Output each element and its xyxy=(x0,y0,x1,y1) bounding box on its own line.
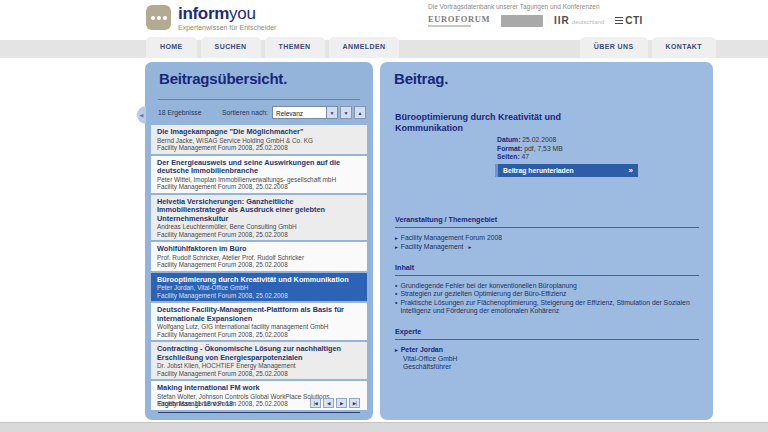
expert-name: Peter Jordan xyxy=(401,346,443,355)
page-prev-button[interactable]: ◀ xyxy=(323,398,334,408)
chevron-right-icon: ▸ xyxy=(395,243,398,252)
chevron-right-icon: ▸ xyxy=(468,243,471,252)
item-author: Peter Wittel, Imoplan Immobilienverwaltu… xyxy=(157,176,361,184)
seiten-value: 47 xyxy=(522,153,530,160)
item-author: Dr. Jobst Klien, HOCHTIEF Energy Managem… xyxy=(157,362,361,370)
detail-panel: Beitrag. Bürooptimierung durch Kreativit… xyxy=(380,62,713,420)
iir-logo: IIRdeutschland xyxy=(554,15,604,26)
detail-sections: Veranstaltung / Themengebiet ▸ Facility … xyxy=(395,215,699,383)
download-arrow-icon: » xyxy=(629,167,633,175)
item-author: Wolfgang Lutz, GIG international facilit… xyxy=(157,323,361,331)
page-first-icon: |◀ xyxy=(314,401,318,406)
sort-select[interactable]: Relevanz ▼ xyxy=(272,106,338,119)
brand-light: you xyxy=(229,4,256,23)
section-heading: Experte xyxy=(395,327,699,340)
item-event: Facility Management Forum 2008, 25.02.20… xyxy=(157,144,361,152)
item-event: Facility Management Forum 2008, 25.02.20… xyxy=(157,370,361,378)
item-author: Andreas Leuchtenmüller, Bene Consulting … xyxy=(157,223,361,231)
link-label: Facility Management xyxy=(401,243,464,252)
page-next-button[interactable]: ▶ xyxy=(336,398,347,408)
topic-link[interactable]: ▸ Facility Management ▸ xyxy=(395,243,699,252)
results-panel-title: Beitragsübersicht. xyxy=(159,70,287,87)
brand-bold: inform xyxy=(178,4,229,23)
bullet-icon: • xyxy=(395,299,397,316)
chevron-right-icon: ▸ xyxy=(395,346,398,355)
section-heading: Veranstaltung / Themengebiet xyxy=(395,215,699,228)
seiten-label: Seiten: xyxy=(497,153,520,160)
bullet-icon: • xyxy=(395,290,397,298)
sort-select-value: Relevanz xyxy=(273,107,326,118)
sort-desc-icon: ▼ xyxy=(344,110,349,116)
expert-role: Geschäftsführer xyxy=(403,363,699,371)
list-item[interactable]: Wohlfühlfaktoren im Büro Prof. Rudolf Sc… xyxy=(151,242,367,271)
tab-kontakt[interactable]: KONTAKT xyxy=(652,37,717,58)
item-title: Wohlfühlfaktoren im Büro xyxy=(157,245,361,254)
bullet-item: •Praktische Lösungen zur Flächenoptimier… xyxy=(395,299,699,316)
page-footer-band xyxy=(0,422,768,432)
informyou-logo[interactable]: informyou Expertenwissen für Entscheider xyxy=(146,5,276,31)
logo-dots-icon xyxy=(146,5,171,30)
datum-label: Datum: xyxy=(497,136,520,143)
collapse-panel-handle[interactable]: ◀ xyxy=(137,106,146,124)
page-last-icon: ▶| xyxy=(353,401,357,406)
header: informyou Expertenwissen für Entscheider… xyxy=(0,0,768,40)
item-title: Der Energieausweis und seine Auswirkunge… xyxy=(157,159,361,176)
item-author: Prof. Rudolf Schricker, Atelier Prof. Ru… xyxy=(157,254,361,262)
item-event: Facility Management Forum 2008, 25.02.20… xyxy=(157,183,361,191)
item-title: Bürooptimierung durch Kreativität und Ko… xyxy=(157,276,361,285)
pagination-bar: Ergebnisse 11-18 von 18 |◀ ◀ ▶ ▶| xyxy=(158,398,360,413)
page-last-button[interactable]: ▶| xyxy=(349,398,360,408)
detail-meta: Datum: 25.02.2008 Format: pdf, 7,53 MB S… xyxy=(497,136,563,162)
item-event: Facility Management Forum 2008, 25.02.20… xyxy=(157,331,361,339)
sort-descending-button[interactable]: ▼ xyxy=(340,106,352,119)
main-nav: HOME SUCHEN THEMEN ANMELDEN ÜBER UNS KON… xyxy=(0,40,768,58)
result-list: Die Imagekampagne "Die Möglichmacher" Be… xyxy=(151,125,367,410)
results-count: 18 Ergebnisse xyxy=(158,109,222,116)
item-title: Die Imagekampagne "Die Möglichmacher" xyxy=(157,128,361,137)
bullet-item: •Grundlegende Fehler bei der konventione… xyxy=(395,282,699,290)
list-item[interactable]: Contracting - Ökonomische Lösung zur nac… xyxy=(151,342,367,379)
download-button[interactable]: Beitrag herunterladen » xyxy=(495,164,638,177)
list-item[interactable]: Die Imagekampagne "Die Möglichmacher" Be… xyxy=(151,125,367,154)
brand-wordmark: informyou xyxy=(178,5,276,23)
divider xyxy=(158,99,360,100)
euroforum-logo: EUROFORUM xyxy=(428,14,490,27)
results-panel: ◀ Beitragsübersicht. 18 Ergebnisse Sorti… xyxy=(145,62,373,420)
item-title: Contracting - Ökonomische Lösung zur nac… xyxy=(157,345,361,362)
brand-tagline: Expertenwissen für Entscheider xyxy=(178,24,276,31)
tab-home[interactable]: HOME xyxy=(146,37,197,58)
item-event: Facility Management Forum 2008, 25.02.20… xyxy=(157,261,361,269)
list-item[interactable]: Deutsche Facility-Management-Plattform a… xyxy=(151,303,367,340)
bullet-item: •Strategien zur gezielten Optimierung de… xyxy=(395,290,699,298)
tab-themen[interactable]: THEMEN xyxy=(265,37,325,58)
section-inhalt: Inhalt •Grundlegende Fehler bei der konv… xyxy=(395,263,699,315)
list-item[interactable]: Helvetia Versicherungen: Ganzheitliche I… xyxy=(151,195,367,241)
sort-ascending-button[interactable]: ▲ xyxy=(354,106,366,119)
tab-suchen[interactable]: SUCHEN xyxy=(201,37,261,58)
expert-link[interactable]: ▸ Peter Jordan xyxy=(395,346,699,355)
page-first-button[interactable]: |◀ xyxy=(310,398,321,408)
page: informyou Expertenwissen für Entscheider… xyxy=(0,0,768,432)
list-item-selected[interactable]: Bürooptimierung durch Kreativität und Ko… xyxy=(151,273,367,302)
detail-subtitle: Bürooptimierung durch Kreativität und Ko… xyxy=(395,112,595,134)
item-event: Facility Management Forum 2008, 25.02.20… xyxy=(157,231,361,239)
section-experte: Experte ▸ Peter Jordan Vital-Office GmbH… xyxy=(395,327,699,371)
content-bullets: •Grundlegende Fehler bei der konventione… xyxy=(395,282,699,315)
dropdown-arrow-icon[interactable]: ▼ xyxy=(326,107,337,118)
results-range: Ergebnisse 11-18 von 18 xyxy=(158,400,308,407)
item-title: Making international FM work xyxy=(157,384,361,393)
event-link[interactable]: ▸ Facility Management Forum 2008 xyxy=(395,234,699,243)
tab-anmelden[interactable]: ANMELDEN xyxy=(329,37,400,58)
cti-bars-icon xyxy=(615,17,623,25)
partner-logos: Die Vortragsdatenbank unserer Tagungen u… xyxy=(428,3,668,27)
item-author: Bernd Jacke, WISAG Service Holding GmbH … xyxy=(157,137,361,145)
item-event: Facility Management Forum 2008, 25.02.20… xyxy=(157,292,361,300)
format-value: pdf, 7,53 MB xyxy=(524,145,563,152)
link-label: Facility Management Forum 2008 xyxy=(401,234,502,243)
expert-company: Vital-Office GmbH xyxy=(403,355,699,363)
tab-ueber-uns[interactable]: ÜBER UNS xyxy=(580,37,648,58)
format-label: Format: xyxy=(497,145,522,152)
list-item[interactable]: Der Energieausweis und seine Auswirkunge… xyxy=(151,156,367,193)
detail-panel-title: Beitrag. xyxy=(394,70,448,87)
partner-logo-box xyxy=(501,15,543,27)
